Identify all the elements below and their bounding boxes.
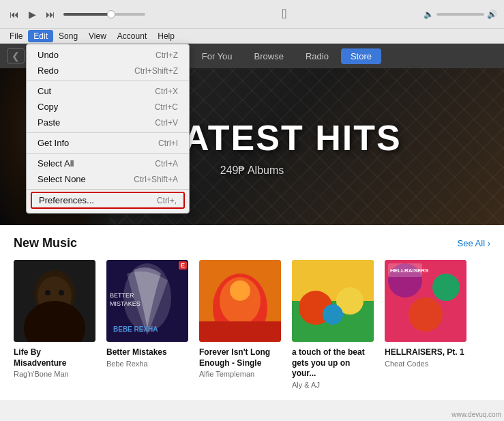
svg-point-5 bbox=[59, 290, 64, 295]
menu-paste[interactable]: Paste Ctrl+V bbox=[27, 115, 189, 130]
album-item-4[interactable]: a touch of the beat gets you up on your.… bbox=[292, 260, 374, 389]
redo-shortcut: Ctrl+Shift+Z bbox=[134, 66, 178, 76]
dropdown-menu: Undo Ctrl+Z Redo Ctrl+Shift+Z Cut Ctrl+X… bbox=[26, 44, 190, 214]
select-none-label: Select None bbox=[38, 174, 86, 184]
separator-1 bbox=[27, 81, 189, 81]
album-cover-4 bbox=[292, 260, 374, 342]
svg-text:HELLRAISERS: HELLRAISERS bbox=[390, 267, 429, 274]
albums-grid: Life By Misadventure Rag'n'Bone Man BEBE… bbox=[14, 260, 490, 389]
svg-text:BETTER: BETTER bbox=[110, 292, 134, 299]
select-all-shortcut: Ctrl+A bbox=[155, 159, 178, 169]
preferences-label: Preferences... bbox=[39, 195, 94, 205]
menu-cut[interactable]: Cut Ctrl+X bbox=[27, 83, 189, 99]
menu-get-info[interactable]: Get Info Ctrl+I bbox=[27, 135, 189, 151]
copy-shortcut: Ctrl+C bbox=[155, 102, 178, 112]
svg-text:BEBE REXHA: BEBE REXHA bbox=[113, 325, 158, 333]
menu-bar: File Edit Song View Account Help bbox=[0, 29, 504, 44]
select-none-shortcut: Ctrl+Shift+A bbox=[134, 175, 178, 184]
volume-area: 🔈 🔊 bbox=[424, 10, 497, 19]
separator-2 bbox=[27, 132, 189, 133]
tab-for-you[interactable]: For You bbox=[192, 48, 242, 64]
volume-max-icon: 🔊 bbox=[487, 10, 497, 19]
album-artist-1: Rag'n'Bone Man bbox=[14, 370, 95, 378]
album-artist-2: Bebe Rexha bbox=[106, 360, 188, 368]
menu-song[interactable]: Song bbox=[53, 30, 83, 42]
forward-button[interactable]: ⏭ bbox=[43, 8, 58, 21]
album-item-1[interactable]: Life By Misadventure Rag'n'Bone Man bbox=[14, 260, 95, 389]
get-info-label: Get Info bbox=[38, 138, 69, 148]
progress-fill bbox=[63, 13, 108, 16]
menu-file[interactable]: File bbox=[4, 30, 28, 42]
menu-view[interactable]: View bbox=[83, 30, 112, 42]
transport-controls: ⏮ ▶ ⏭ bbox=[7, 8, 58, 21]
section-header: New Music See All › bbox=[14, 236, 490, 250]
nav-back-button[interactable]: ❮ bbox=[7, 48, 25, 63]
album-cover-5: HELLRAISERS bbox=[385, 260, 466, 342]
apple-logo:  bbox=[282, 6, 286, 22]
svg-point-20 bbox=[323, 304, 343, 325]
svg-text:MISTAKES: MISTAKES bbox=[110, 300, 140, 307]
album-title-2: Better Mistakes bbox=[106, 347, 188, 358]
redo-label: Redo bbox=[38, 66, 59, 76]
album-artist-5: Cheat Codes bbox=[385, 360, 466, 368]
album-item-2[interactable]: BEBE REXHA BETTER MISTAKES E Better Mist… bbox=[106, 260, 188, 389]
apple-logo-area:  bbox=[145, 6, 424, 22]
select-all-label: Select All bbox=[38, 158, 74, 169]
menu-account[interactable]: Account bbox=[112, 30, 152, 42]
svg-point-24 bbox=[409, 297, 443, 332]
album-cover-2: BEBE REXHA BETTER MISTAKES E bbox=[106, 260, 188, 342]
album-title-5: HELLRAISERS, Pt. 1 bbox=[385, 347, 466, 358]
menu-select-none[interactable]: Select None Ctrl+Shift+A bbox=[27, 171, 189, 187]
rewind-button[interactable]: ⏮ bbox=[7, 8, 22, 21]
album-title-1: Life By Misadventure bbox=[14, 347, 95, 368]
menu-preferences[interactable]: Preferences... Ctrl+, bbox=[31, 192, 185, 209]
album-badge-2: E bbox=[179, 261, 187, 270]
tab-radio[interactable]: Radio bbox=[296, 48, 338, 64]
menu-redo[interactable]: Redo Ctrl+Shift+Z bbox=[27, 63, 189, 78]
progress-area bbox=[63, 13, 145, 16]
undo-label: Undo bbox=[38, 50, 59, 60]
play-button[interactable]: ▶ bbox=[26, 8, 39, 21]
cut-shortcut: Ctrl+X bbox=[155, 87, 178, 96]
album-item-3[interactable]: Forever Isn't Long Enough - Single Alfie… bbox=[199, 260, 281, 389]
album-cover-3 bbox=[199, 260, 281, 342]
section-title: New Music bbox=[14, 236, 77, 250]
paste-shortcut: Ctrl+V bbox=[155, 118, 178, 128]
tab-browse[interactable]: Browse bbox=[245, 48, 293, 64]
menu-undo[interactable]: Undo Ctrl+Z bbox=[27, 47, 189, 63]
album-title-4: a touch of the beat gets you up on your.… bbox=[292, 347, 374, 379]
get-info-shortcut: Ctrl+I bbox=[158, 139, 178, 148]
menu-help[interactable]: Help bbox=[152, 30, 180, 42]
tab-store[interactable]: Store bbox=[341, 48, 381, 64]
separator-4 bbox=[27, 189, 189, 190]
album-artist-4: Aly & AJ bbox=[292, 381, 374, 389]
svg-point-4 bbox=[45, 290, 50, 295]
menu-select-all[interactable]: Select All Ctrl+A bbox=[27, 156, 189, 171]
svg-point-23 bbox=[432, 274, 460, 301]
cut-label: Cut bbox=[38, 86, 51, 96]
edit-dropdown: Undo Ctrl+Z Redo Ctrl+Shift+Z Cut Ctrl+X… bbox=[26, 44, 190, 214]
preferences-shortcut: Ctrl+, bbox=[157, 196, 177, 205]
transport-bar: ⏮ ▶ ⏭  🔈 🔊 bbox=[0, 0, 504, 29]
new-music-section: New Music See All › Life By Misadventure… bbox=[0, 225, 504, 400]
undo-shortcut: Ctrl+Z bbox=[155, 50, 178, 60]
svg-point-14 bbox=[230, 280, 250, 301]
volume-slider[interactable] bbox=[436, 13, 484, 16]
album-item-5[interactable]: HELLRAISERS HELLRAISERS, Pt. 1 Cheat Cod… bbox=[385, 260, 466, 389]
album-artist-3: Alfie Templeman bbox=[199, 370, 281, 378]
copy-label: Copy bbox=[38, 102, 58, 112]
see-all-button[interactable]: See All › bbox=[458, 238, 490, 248]
menu-copy[interactable]: Copy Ctrl+C bbox=[27, 99, 189, 115]
watermark: www.devuq.com bbox=[451, 411, 501, 418]
svg-rect-15 bbox=[199, 321, 281, 342]
paste-label: Paste bbox=[38, 117, 60, 128]
progress-knob[interactable] bbox=[107, 10, 115, 18]
menu-edit[interactable]: Edit bbox=[28, 30, 53, 42]
volume-icon: 🔈 bbox=[424, 10, 434, 19]
separator-3 bbox=[27, 153, 189, 154]
album-cover-1 bbox=[14, 260, 95, 342]
album-title-3: Forever Isn't Long Enough - Single bbox=[199, 347, 281, 368]
progress-track[interactable] bbox=[63, 13, 145, 16]
